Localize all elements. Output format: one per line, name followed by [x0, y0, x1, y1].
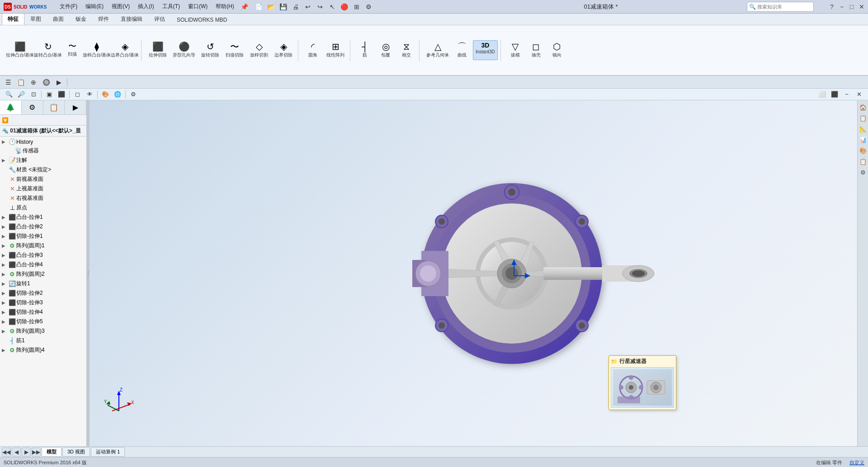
rp-ruler-btn[interactable]: 📐 — [858, 124, 868, 134]
draft-btn[interactable]: ▽ 拔模 — [505, 40, 525, 60]
tree-item-boss2[interactable]: ▶ ⬛ 凸台-拉伸2 — [0, 222, 86, 231]
tree-item-material[interactable]: 🔧 材质 <未指定> — [0, 165, 86, 175]
fm-list-btn[interactable]: ☰ — [3, 77, 14, 88]
save-btn[interactable]: 💾 — [278, 1, 289, 12]
rp-chart-btn[interactable]: 📊 — [858, 135, 868, 145]
menu-file[interactable]: 文件(F) — [56, 2, 81, 11]
tree-item-sensors[interactable]: 📡 传感器 — [0, 146, 86, 156]
menu-window[interactable]: 窗口(W) — [184, 2, 211, 11]
tree-item-revolve1[interactable]: ▶ 🔄 旋转1 — [0, 279, 86, 288]
tab-sheet-metal[interactable]: 钣金 — [70, 13, 92, 25]
fillet-btn[interactable]: ◜ 圆角 — [303, 40, 323, 60]
tree-item-annotations[interactable]: ▶ 📝 注解 — [0, 156, 86, 165]
tree-item-pattern2[interactable]: ▶ ⚙ 阵列(圆周)2 — [0, 269, 86, 279]
curve-btn[interactable]: ⌒ 曲线 — [452, 40, 472, 60]
tree-item-boss1[interactable]: ▶ ⬛ 凸台-拉伸1 — [0, 212, 86, 222]
tab-direct-edit[interactable]: 直接编辑 — [115, 13, 148, 25]
redo-btn[interactable]: ↪ — [315, 1, 326, 12]
lp-tab-property[interactable]: ⚙ — [22, 100, 43, 114]
tree-item-boss4[interactable]: ▶ ⬛ 凸台-拉伸4 — [0, 260, 86, 269]
tree-item-cut3[interactable]: ▶ ⬛ 切除-拉伸3 — [0, 298, 86, 307]
open-btn[interactable]: 📂 — [266, 1, 277, 12]
customize-label[interactable]: 自定义 — [849, 459, 864, 466]
shell-btn[interactable]: ◻ 抽壳 — [526, 40, 546, 60]
loft-btn[interactable]: ⧫ 放样凸台/基体 — [83, 40, 110, 60]
rp-home-btn[interactable]: 🏠 — [858, 102, 868, 112]
sweep-btn[interactable]: 〜 扫描 — [62, 40, 82, 60]
mirror-btn[interactable]: ⬡ 镜向 — [547, 40, 567, 60]
rp-color-btn[interactable]: 🎨 — [858, 146, 868, 156]
edit-appearance-btn[interactable]: 🎨 — [100, 89, 111, 100]
fm-target-btn[interactable]: ⊕ — [28, 77, 39, 88]
zoom-box-btn[interactable]: ⊡ — [28, 89, 39, 100]
print-btn[interactable]: 🖨 — [290, 1, 301, 12]
search-input[interactable] — [757, 4, 811, 9]
tree-item-history[interactable]: ▶ 🕐 History — [0, 137, 86, 146]
rib-btn[interactable]: ┤ 筋 — [355, 40, 375, 60]
tree-item-pattern3[interactable]: ▶ ⚙ 阵列(圆周)3 — [0, 326, 86, 336]
select-btn[interactable]: ↖ — [327, 1, 338, 12]
lp-tab-dim[interactable]: ▶ — [65, 100, 86, 114]
hide-show-btn[interactable]: 👁 — [84, 89, 95, 100]
zoom-to-fit-btn[interactable]: 🔍 — [4, 89, 14, 100]
menu-tools[interactable]: 工具(T) — [159, 2, 184, 11]
ref-geometry-btn[interactable]: △ 参考几何体 — [424, 40, 451, 60]
nav-prev-btn[interactable]: ◀◀ — [2, 448, 11, 457]
tree-item-origin[interactable]: ⊥ 原点 — [0, 203, 86, 212]
lp-tab-feature[interactable]: 🌲 — [0, 100, 22, 114]
rp-clipboard-btn[interactable]: 📋 — [858, 113, 868, 123]
lp-tab-config[interactable]: 📋 — [43, 100, 65, 114]
tab-model[interactable]: 模型 — [42, 447, 61, 457]
cut-sweep-btn[interactable]: 〜 扫描切除 — [223, 40, 246, 60]
rp-list-btn[interactable]: 📋 — [858, 156, 868, 166]
tree-item-pattern1[interactable]: ▶ ⚙ 阵列(圆周)1 — [0, 241, 86, 250]
tab-sketch[interactable]: 草图 — [24, 13, 47, 25]
scene-btn[interactable]: 🌐 — [112, 89, 123, 100]
tab-motion1[interactable]: 运动算例 1 — [91, 447, 125, 457]
help-btn[interactable]: ? — [827, 2, 836, 11]
tab-weldment[interactable]: 焊件 — [92, 13, 115, 25]
cut-boundary-btn[interactable]: ◈ 边界切除 — [272, 40, 295, 60]
tree-item-rib1[interactable]: ┤ 筋1 — [0, 336, 86, 345]
new-btn[interactable]: 📄 — [254, 1, 264, 12]
tab-feature[interactable]: 特征 — [2, 13, 24, 25]
options-btn[interactable]: ⚙ — [363, 1, 374, 12]
menu-view[interactable]: 视图(V) — [108, 2, 133, 11]
view-min-btn[interactable]: − — [841, 89, 852, 100]
view-restore-btn[interactable]: ⬛ — [829, 89, 840, 100]
cut-extrude-btn[interactable]: ⬛ 拉伸切除 — [146, 40, 170, 60]
tab-surface[interactable]: 曲面 — [47, 13, 70, 25]
boss-extrude-btn[interactable]: ⬛ 拉伸凸台/基体 — [6, 40, 33, 60]
redlight-btn[interactable]: 🔴 — [339, 1, 350, 12]
display-manager-btn[interactable]: ⚙ — [128, 89, 139, 100]
view-orient-btn[interactable]: ⬛ — [56, 89, 67, 100]
tab-mbd[interactable]: SOLIDWORKS MBD — [171, 14, 233, 25]
search-box[interactable]: 🔍 — [747, 2, 814, 12]
display-style-btn[interactable]: ◻ — [72, 89, 83, 100]
nav-last-btn[interactable]: ▶▶ — [32, 448, 41, 457]
tree-item-right-plane[interactable]: ✕ 右视基准面 — [0, 193, 86, 203]
grid-btn[interactable]: ⊞ — [351, 1, 362, 12]
boss-revolve-btn[interactable]: ↻ 旋转凸台/基体 — [34, 40, 61, 60]
fm-config-btn[interactable]: 🔘 — [41, 77, 52, 88]
cut-revolve-btn[interactable]: ↺ 旋转切除 — [198, 40, 222, 60]
wrap-btn[interactable]: ◎ 包覆 — [376, 40, 396, 60]
nav-back-btn[interactable]: ◀ — [12, 448, 21, 457]
tree-item-cut1[interactable]: ▶ ⬛ 切除-拉伸1 — [0, 231, 86, 241]
view-close-btn[interactable]: ✕ — [854, 89, 864, 100]
3d-viewport[interactable]: Z X Y 📁 行星减速器 — [90, 100, 857, 446]
tree-item-pattern4[interactable]: ▶ ⚙ 阵列(圆周)4 — [0, 345, 86, 355]
tree-item-cut2[interactable]: ▶ ⬛ 切除-拉伸2 — [0, 288, 86, 298]
cut-loft-btn[interactable]: ◇ 放样切割 — [247, 40, 271, 60]
instant3d-btn[interactable]: 3D Instant3D — [473, 40, 498, 60]
tab-evaluate[interactable]: 评估 — [148, 13, 171, 25]
fm-arrow-btn[interactable]: ▶ — [53, 77, 64, 88]
tree-item-cut4[interactable]: ▶ ⬛ 切除-拉伸4 — [0, 307, 86, 317]
undo-btn[interactable]: ↩ — [302, 1, 313, 12]
minimize-btn[interactable]: − — [837, 2, 846, 11]
zoom-to-selection-btn[interactable]: 🔎 — [16, 89, 27, 100]
tree-item-boss3[interactable]: ▶ ⬛ 凸台-拉伸3 — [0, 250, 86, 260]
linear-pattern-btn[interactable]: ⊞ 线性阵列 — [324, 40, 347, 60]
maximize-btn[interactable]: □ — [847, 2, 856, 11]
rp-settings-btn[interactable]: ⚙ — [858, 167, 868, 177]
